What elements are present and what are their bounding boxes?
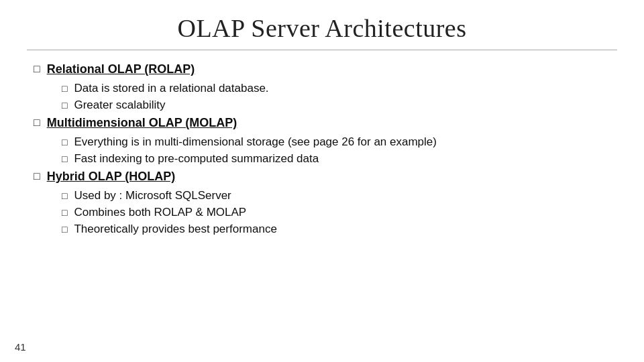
bullet-l2: □ (62, 190, 67, 201)
holap-sub-1: Used by : Microsoft SQLServer (74, 189, 231, 202)
page-number: 41 (15, 341, 26, 353)
list-item: □ Theoretically provides best performanc… (62, 223, 617, 236)
title-divider (27, 50, 617, 50)
molap-subitems: □ Everything is in multi-dimensional sto… (62, 135, 617, 166)
rolap-sub-2: Greater scalability (74, 99, 165, 112)
holap-sub-3: Theoretically provides best performance (74, 223, 276, 236)
rolap-label: Relational OLAP (ROLAP) (47, 62, 195, 76)
bullet-l2: □ (62, 137, 67, 147)
list-item-rolap: □ Relational OLAP (ROLAP) (34, 62, 617, 76)
molap-label: Multidimensional OLAP (MOLAP) (47, 116, 237, 130)
bullet-l1-molap: □ (34, 117, 40, 129)
list-item: □ Used by : Microsoft SQLServer (62, 189, 617, 202)
slide: OLAP Server Architectures □ Relational O… (0, 0, 644, 362)
list-item: □ Data is stored in a relational databas… (62, 82, 617, 95)
rolap-sub-1: Data is stored in a relational database. (74, 82, 268, 95)
list-item: □ Everything is in multi-dimensional sto… (62, 135, 617, 149)
holap-sub-2: Combines both ROLAP & MOLAP (74, 206, 246, 219)
molap-sub-1: Everything is in multi-dimensional stora… (74, 135, 437, 149)
bullet-l2: □ (62, 100, 67, 111)
slide-title: OLAP Server Architectures (27, 13, 617, 43)
rolap-subitems: □ Data is stored in a relational databas… (62, 82, 617, 112)
holap-label: Hybrid OLAP (HOLAP) (47, 170, 176, 184)
bullet-l2: □ (62, 83, 67, 94)
list-item-molap: □ Multidimensional OLAP (MOLAP) (34, 116, 617, 130)
bullet-l2: □ (62, 224, 67, 235)
bullet-l2: □ (62, 207, 67, 218)
list-item-holap: □ Hybrid OLAP (HOLAP) (34, 170, 617, 184)
bullet-l1-holap: □ (34, 170, 40, 182)
molap-sub-2: Fast indexing to pre-computed summarized… (74, 152, 319, 166)
list-item: □ Greater scalability (62, 99, 617, 112)
slide-content: □ Relational OLAP (ROLAP) □ Data is stor… (27, 62, 617, 236)
list-item: □ Combines both ROLAP & MOLAP (62, 206, 617, 219)
holap-subitems: □ Used by : Microsoft SQLServer □ Combin… (62, 189, 617, 236)
bullet-l2: □ (62, 154, 67, 164)
list-item: □ Fast indexing to pre-computed summariz… (62, 152, 617, 166)
bullet-l1-rolap: □ (34, 63, 40, 75)
